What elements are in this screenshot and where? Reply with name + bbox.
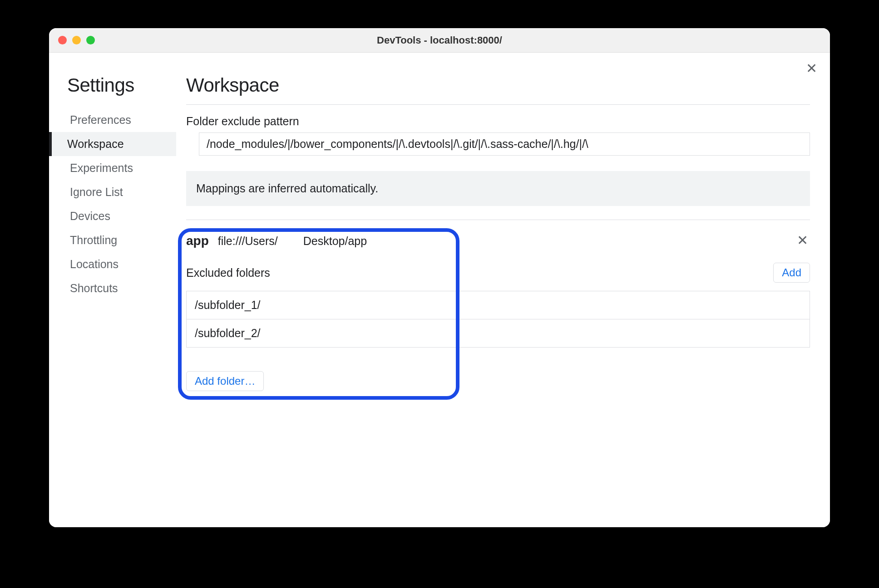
devtools-window: DevTools - localhost:8000/ ✕ Settings Pr… (49, 28, 830, 527)
sidebar-item-ignore-list[interactable]: Ignore List (49, 180, 176, 204)
page-title: Workspace (186, 74, 810, 105)
titlebar: DevTools - localhost:8000/ (49, 28, 830, 53)
sidebar-item-throttling[interactable]: Throttling (49, 228, 176, 252)
workspace-folder-card: app file:///Users/ Desktop/app ✕ Exclude… (186, 234, 810, 391)
add-excluded-button[interactable]: Add (773, 263, 810, 283)
excluded-folder-item[interactable]: /subfolder_2/ (187, 319, 810, 348)
sidebar-item-devices[interactable]: Devices (49, 204, 176, 228)
excluded-folders-header: Excluded folders Add (186, 263, 810, 283)
sidebar-item-locations[interactable]: Locations (49, 252, 176, 276)
sidebar-item-preferences[interactable]: Preferences (49, 108, 176, 132)
workspace-folder-path: file:///Users/ Desktop/app (218, 235, 367, 248)
close-window-button[interactable] (58, 36, 67, 44)
excluded-folders-list: /subfolder_1/ /subfolder_2/ (186, 291, 810, 348)
settings-sidebar: Settings Preferences Workspace Experimen… (49, 53, 176, 527)
sidebar-item-shortcuts[interactable]: Shortcuts (49, 276, 176, 300)
add-folder-button[interactable]: Add folder… (186, 371, 264, 391)
sidebar-item-experiments[interactable]: Experiments (49, 156, 176, 180)
workspace-folder-name: app (186, 234, 209, 248)
excluded-folder-item[interactable]: /subfolder_1/ (187, 291, 810, 319)
exclude-pattern-label: Folder exclude pattern (186, 115, 810, 128)
window-title: DevTools - localhost:8000/ (49, 34, 830, 46)
close-settings-button[interactable]: ✕ (806, 62, 817, 75)
workspace-path-right: Desktop/app (303, 235, 367, 248)
settings-body: ✕ Settings Preferences Workspace Experim… (49, 53, 830, 527)
settings-heading: Settings (49, 74, 176, 96)
excluded-folders-label: Excluded folders (186, 266, 270, 279)
remove-workspace-button[interactable]: ✕ (797, 234, 808, 247)
settings-main: Workspace Folder exclude pattern Mapping… (176, 53, 830, 527)
mappings-info: Mappings are inferred automatically. (186, 171, 810, 206)
traffic-lights (58, 36, 95, 44)
section-divider (186, 220, 810, 220)
workspace-header: app file:///Users/ Desktop/app ✕ (186, 234, 810, 248)
sidebar-item-workspace[interactable]: Workspace (49, 132, 176, 156)
add-folder-row: Add folder… (186, 371, 810, 391)
workspace-path-left: file:///Users/ (218, 235, 278, 248)
zoom-window-button[interactable] (86, 36, 95, 44)
exclude-pattern-input[interactable] (199, 132, 810, 156)
minimize-window-button[interactable] (72, 36, 81, 44)
